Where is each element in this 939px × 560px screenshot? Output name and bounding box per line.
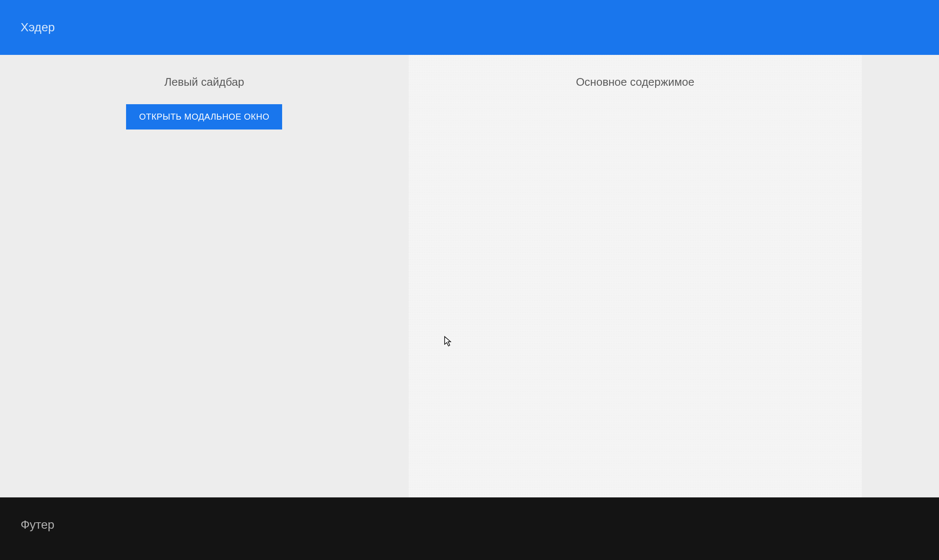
open-modal-button[interactable]: ОТКРЫТЬ МОДАЛЬНОЕ ОКНО: [126, 104, 282, 129]
main-title: Основное содержимое: [429, 75, 841, 89]
main-content: Основное содержимое: [409, 55, 862, 497]
sidebar-title: Левый сайдбар: [21, 75, 388, 89]
left-sidebar: Левый сайдбар ОТКРЫТЬ МОДАЛЬНОЕ ОКНО: [0, 55, 409, 497]
header-title: Хэдер: [21, 21, 55, 34]
content-area: Левый сайдбар ОТКРЫТЬ МОДАЛЬНОЕ ОКНО Осн…: [0, 55, 939, 497]
footer-title: Футер: [21, 518, 54, 531]
header: Хэдер: [0, 0, 939, 55]
footer: Футер: [0, 497, 939, 560]
